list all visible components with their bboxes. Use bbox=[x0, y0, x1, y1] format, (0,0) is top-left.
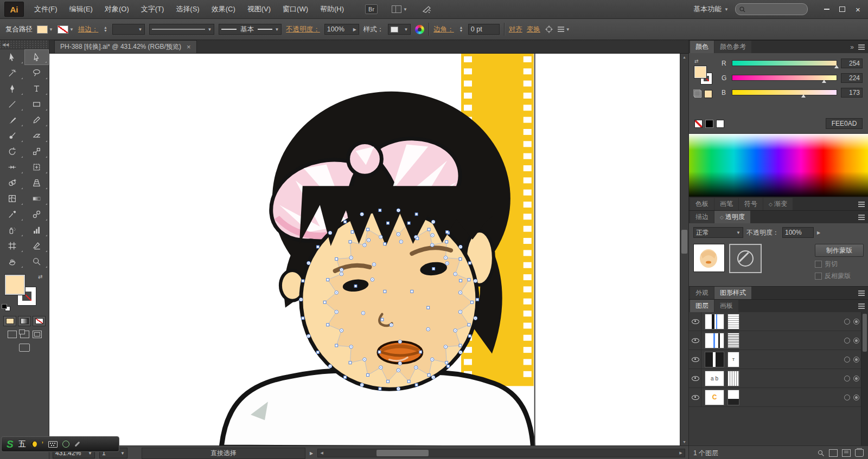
artboard-next-icon[interactable]: ▶ bbox=[310, 451, 313, 456]
clip-checkbox[interactable] bbox=[815, 261, 822, 268]
tab-gradient[interactable]: ◇渐变 bbox=[763, 198, 793, 210]
tab-brushes[interactable]: 画笔 bbox=[714, 198, 738, 210]
tab-symbols[interactable]: 符号 bbox=[739, 198, 763, 210]
draw-behind-icon[interactable] bbox=[20, 331, 29, 338]
tool-rotate[interactable] bbox=[0, 144, 24, 159]
blend-mode-combo[interactable]: 正常▼ bbox=[693, 227, 743, 238]
menu-type[interactable]: 文字(T) bbox=[135, 0, 170, 18]
vertical-scroll-thumb[interactable] bbox=[681, 230, 687, 254]
green-slider[interactable] bbox=[732, 75, 837, 81]
layer-thumbnail[interactable] bbox=[705, 333, 724, 348]
layer-thumbnail[interactable] bbox=[727, 314, 739, 329]
arrange-documents-button[interactable]: ▼ bbox=[392, 5, 407, 13]
tool-artboard[interactable] bbox=[0, 238, 24, 254]
panel-menu-icon[interactable] bbox=[858, 217, 865, 218]
make-mask-button[interactable]: 制作蒙版 bbox=[815, 244, 864, 257]
corner-stepper[interactable]: ▲▼ bbox=[458, 26, 464, 33]
ime-smiley-icon[interactable] bbox=[62, 441, 69, 448]
tool-lasso[interactable] bbox=[24, 65, 49, 81]
gradient-mode-button[interactable] bbox=[18, 316, 31, 326]
panel-menu-icon[interactable] bbox=[858, 306, 865, 307]
draw-inside-icon[interactable] bbox=[33, 331, 42, 338]
blue-slider[interactable] bbox=[732, 89, 837, 95]
scroll-down-icon[interactable]: ▼ bbox=[680, 438, 688, 445]
ime-toolbar[interactable]: S 五 ’ bbox=[1, 436, 119, 452]
tool-blob-brush[interactable] bbox=[0, 128, 24, 144]
tool-selection[interactable] bbox=[0, 49, 24, 65]
ime-wrench-icon[interactable] bbox=[74, 441, 80, 447]
none-swatch[interactable] bbox=[694, 120, 703, 128]
tab-color-guide[interactable]: 颜色参考 bbox=[714, 41, 751, 53]
app-logo[interactable]: Ai bbox=[4, 2, 24, 17]
stroke-width-stepper[interactable]: ▲▼ bbox=[103, 26, 108, 33]
tool-direct-selection[interactable] bbox=[24, 49, 49, 65]
graphic-style-combo[interactable]: ▼ bbox=[388, 24, 411, 35]
tool-eraser[interactable] bbox=[24, 128, 49, 144]
new-layer-icon[interactable] bbox=[842, 449, 851, 457]
layer-thumbnail[interactable]: C bbox=[705, 390, 724, 405]
visibility-toggle[interactable] bbox=[690, 331, 701, 350]
menu-effect[interactable]: 效果(C) bbox=[206, 0, 241, 18]
green-slider-thumb[interactable] bbox=[822, 80, 826, 83]
tool-gradient[interactable] bbox=[24, 191, 49, 206]
tools-panel-collapse[interactable]: ◀◀ bbox=[0, 40, 49, 49]
layer-thumbnail[interactable] bbox=[727, 390, 739, 405]
visibility-toggle[interactable] bbox=[690, 388, 701, 406]
tool-column-graph[interactable] bbox=[24, 222, 49, 238]
panel-options-button[interactable]: ▼ bbox=[558, 27, 570, 32]
document-tab[interactable]: PH-388 [转换].ai* @ 431.42% (RGB/预览) × bbox=[54, 40, 197, 53]
fill-color-chip[interactable] bbox=[5, 275, 25, 295]
tab-stroke[interactable]: 描边 bbox=[690, 211, 714, 223]
color-mode-button[interactable] bbox=[3, 316, 16, 326]
horizontal-scroll-thumb[interactable] bbox=[376, 450, 429, 456]
layer-thumbnail[interactable] bbox=[705, 352, 724, 367]
layer-thumbnail[interactable]: a b bbox=[705, 371, 724, 386]
menu-edit[interactable]: 编辑(E) bbox=[63, 0, 99, 18]
target-circle[interactable] bbox=[853, 319, 859, 325]
layer-row[interactable]: C bbox=[689, 388, 868, 407]
tool-mesh[interactable] bbox=[0, 191, 24, 206]
ime-mode-label[interactable]: 五 bbox=[18, 439, 26, 449]
workspace-switcher[interactable]: 基本功能▼ bbox=[693, 4, 729, 14]
tool-line-segment[interactable] bbox=[0, 96, 24, 112]
selection-circle[interactable] bbox=[844, 376, 850, 382]
visibility-toggle[interactable] bbox=[690, 369, 701, 387]
cycle-colors-icon[interactable]: ⇄ bbox=[694, 59, 699, 64]
selection-circle[interactable] bbox=[844, 338, 850, 344]
tool-type[interactable] bbox=[24, 81, 49, 96]
ime-punctuation-icon[interactable]: ’ bbox=[42, 440, 43, 449]
layers-scroll-thumb[interactable] bbox=[863, 314, 867, 352]
white-swatch[interactable] bbox=[716, 120, 724, 128]
tab-graphic-styles[interactable]: 图形样式 bbox=[714, 287, 751, 299]
opacity-flyout-icon[interactable]: ▶ bbox=[817, 230, 820, 235]
menu-view[interactable]: 视图(V) bbox=[241, 0, 277, 18]
tab-layers[interactable]: 图层 bbox=[690, 300, 714, 312]
isolate-selected-icon[interactable] bbox=[545, 25, 553, 34]
variable-width-profile-combo[interactable]: ▼ bbox=[149, 24, 214, 35]
brush-definition-combo[interactable]: 基本▼ bbox=[219, 24, 282, 35]
selection-circle[interactable] bbox=[844, 395, 850, 400]
target-circle[interactable] bbox=[853, 395, 859, 400]
layer-thumbnail[interactable] bbox=[727, 333, 739, 348]
stroke-panel-link[interactable]: 描边： bbox=[78, 25, 99, 34]
transform-link[interactable]: 变换 bbox=[527, 25, 540, 34]
corner-value-combo[interactable]: 0 pt bbox=[468, 24, 500, 35]
visibility-toggle[interactable] bbox=[690, 312, 701, 331]
target-circle[interactable] bbox=[853, 376, 859, 382]
tool-zoom[interactable] bbox=[24, 254, 49, 269]
scroll-left-icon[interactable]: ◀ bbox=[318, 451, 326, 455]
red-value[interactable]: 254 bbox=[841, 59, 863, 68]
tab-close-icon[interactable]: × bbox=[187, 43, 191, 51]
delete-layer-icon[interactable] bbox=[855, 449, 864, 457]
scroll-up-icon[interactable]: ▲ bbox=[680, 54, 688, 61]
transparency-opacity-combo[interactable]: 100% bbox=[782, 227, 814, 238]
black-swatch[interactable] bbox=[705, 120, 713, 128]
gpu-performance-icon[interactable] bbox=[422, 5, 432, 13]
ime-keyboard-icon[interactable] bbox=[48, 441, 58, 448]
selection-circle[interactable] bbox=[844, 357, 850, 363]
target-circle[interactable] bbox=[853, 357, 859, 363]
scroll-right-icon[interactable]: ▶ bbox=[677, 451, 685, 455]
vertical-scrollbar[interactable]: ▲ ▼ bbox=[680, 54, 688, 445]
fill-color-picker[interactable]: ▼ bbox=[37, 25, 53, 34]
collapse-panels-icon[interactable]: » bbox=[850, 43, 854, 51]
